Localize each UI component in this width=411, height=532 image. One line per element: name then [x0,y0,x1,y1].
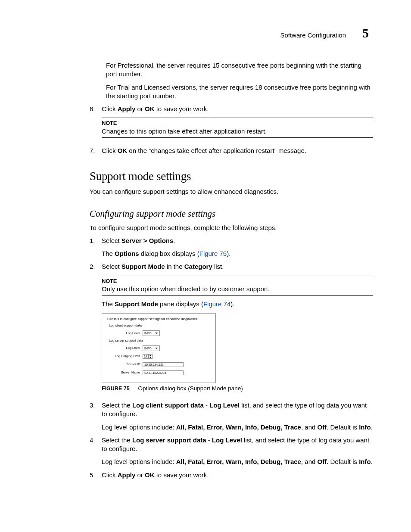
intro-para-2: For Trial and Licensed versions, the ser… [106,83,373,101]
combo-value: INFO [144,346,152,350]
section-heading-support-mode: Support mode settings [90,170,373,183]
xref-figure-74[interactable]: Figure 74 [203,300,230,308]
step-5: 5. Click Apply or OK to save your work. [90,471,373,479]
intro-block: For Professional, the server requires 15… [106,61,373,100]
step-subtext: Log level options include: All, Fatal, E… [102,457,373,466]
step-number: 1. [90,236,102,258]
step-1: 1. Select Server > Options. The Options … [90,236,373,258]
intro-para-1: For Professional, the server requires 15… [106,61,373,79]
step-2: 2. Select Support Mode in the Category l… [90,262,373,394]
note-text: Changes to this option take effect after… [102,127,373,136]
step-subtext: The Support Mode pane displays (Figure 7… [102,300,373,308]
group-log-client: Log client support data [109,324,211,328]
step-3: 3. Select the Log client support data - … [90,401,373,432]
step-text: Select Server > Options. [102,236,373,245]
page-header: Software Configuration 5 [38,26,373,40]
step-text: Select the Log client support data - Log… [102,401,373,419]
log-level-label: Log Level [114,331,140,336]
step-7: 7. Click OK on the “changes take effect … [90,146,373,155]
subsection-intro: To configure support mode settings, comp… [90,224,373,232]
note-box: NOTE Only use this option when directed … [102,276,373,296]
step-text: Select Support Mode in the Category list… [102,262,373,271]
step-6: 6. Click Apply or OK to save your work. … [90,105,373,142]
dropdown-arrow-icon[interactable] [154,346,159,350]
log-level-label: Log Level [114,346,140,350]
spinner-down-icon[interactable] [149,356,152,358]
step-number: 7. [90,146,102,155]
note-text: Only use this option when directed to by… [102,285,373,293]
step-number: 2. [90,262,102,394]
dialog-description: Use this to configure support settings f… [107,317,211,321]
log-purging-limit-spinner[interactable]: 14 [143,354,153,359]
step-number: 5. [90,471,102,479]
step-number: 3. [90,401,102,432]
step-subtext: The Options dialog box displays (Figure … [102,249,373,258]
server-ip-field[interactable]: 10.25.224.133 [143,362,184,367]
step-subtext: Log level options include: All, Fatal, E… [102,423,373,432]
step-text: Select the Log server support data - Log… [102,436,373,454]
subsection-heading-configuring: Configuring support mode settings [90,208,373,219]
step-text: Click Apply or OK to save your work. [102,105,373,113]
figure-label: FIGURE 75 [102,386,130,392]
xref-figure-75[interactable]: Figure 75 [199,250,227,257]
document-page: Software Configuration 5 For Professiona… [0,0,411,532]
figure-caption-text: Options dialog box (Support Mode pane) [138,385,243,392]
dropdown-arrow-icon[interactable] [154,331,159,335]
step-text: Click Apply or OK to save your work. [102,471,373,479]
log-level-server-combo[interactable]: INFO [143,345,160,351]
note-title: NOTE [102,277,373,285]
header-title: Software Configuration [280,31,346,39]
note-title: NOTE [102,119,373,127]
server-name-label: Server Name [114,370,140,375]
server-name-field[interactable]: SA11-18203234 [143,370,184,375]
combo-value: INFO [144,331,152,335]
step-number: 6. [90,105,102,142]
step-number: 4. [90,436,102,467]
step-4: 4. Select the Log server support data - … [90,436,373,467]
group-log-server: Log server support data [109,339,211,343]
chapter-number: 5 [362,26,369,40]
step-text: Click OK on the “changes take effect aft… [102,146,373,155]
figure-75: Use this to configure support settings f… [102,313,373,392]
options-dialog-support-mode-pane: Use this to configure support settings f… [102,313,216,383]
section-intro: You can configure support settings to al… [90,187,373,196]
note-box: NOTE Changes to this option take effect … [102,118,373,138]
log-purging-limit-label: Log Purging Limit [114,354,140,358]
figure-caption: FIGURE 75Options dialog box (Support Mod… [102,385,373,392]
log-level-client-combo[interactable]: INFO [143,330,160,336]
spinner-value[interactable]: 14 [143,354,149,359]
server-ip-label: Server IP [114,362,140,367]
